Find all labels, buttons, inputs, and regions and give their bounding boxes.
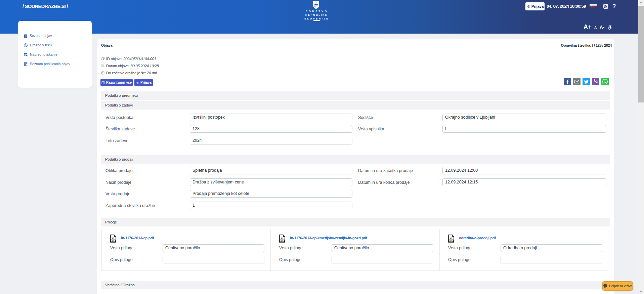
svg-text:PDF: PDF [111,240,116,242]
svg-text:PDF: PDF [280,240,285,242]
svg-text:PDF: PDF [449,240,454,242]
